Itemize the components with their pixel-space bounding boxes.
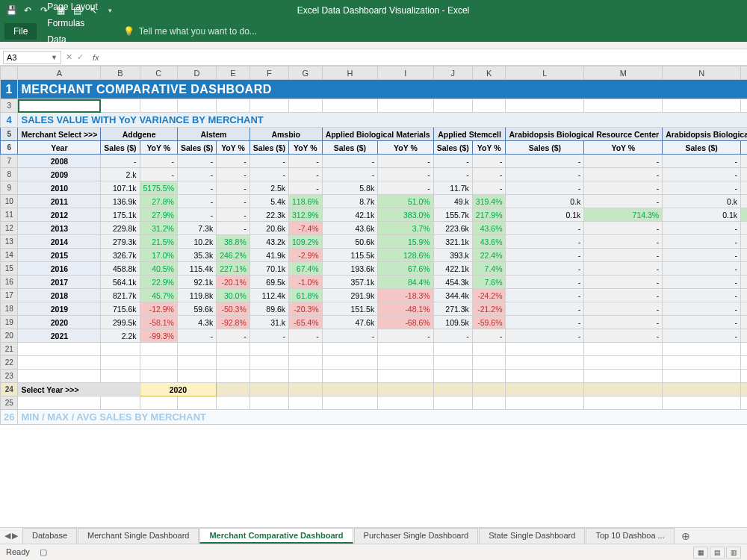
yoy-header[interactable]: YoY % bbox=[140, 141, 177, 155]
year-cell[interactable]: 2017 bbox=[18, 276, 101, 289]
sales-value[interactable]: 0.1k bbox=[506, 208, 584, 222]
year-cell[interactable]: 2018 bbox=[18, 289, 101, 302]
cell[interactable] bbox=[322, 356, 378, 370]
sales-value[interactable]: 112.4k bbox=[249, 289, 288, 302]
sales-header[interactable]: Sales ($) bbox=[177, 141, 216, 155]
yoy-value[interactable]: 15.9% bbox=[378, 235, 434, 249]
cell[interactable] bbox=[741, 343, 747, 356]
merchant-header[interactable]: Addgene bbox=[101, 128, 178, 141]
sales-value[interactable]: - bbox=[249, 168, 288, 181]
cell[interactable] bbox=[322, 343, 378, 356]
sales-value[interactable]: - bbox=[663, 155, 741, 168]
yoy-value[interactable]: - bbox=[741, 262, 747, 276]
cell[interactable] bbox=[249, 370, 288, 383]
cell[interactable] bbox=[506, 383, 584, 396]
cell[interactable] bbox=[289, 396, 323, 410]
yoy-value[interactable]: - bbox=[289, 329, 323, 343]
sales-value[interactable]: - bbox=[322, 155, 378, 168]
yoy-value[interactable]: -50.3% bbox=[217, 302, 250, 316]
cell[interactable] bbox=[472, 343, 506, 356]
add-sheet-icon[interactable]: ⊕ bbox=[675, 530, 696, 542]
cell[interactable] bbox=[741, 370, 747, 383]
sales-value[interactable]: 193.6k bbox=[322, 262, 378, 276]
cell[interactable] bbox=[177, 396, 216, 410]
year-cell[interactable]: 2015 bbox=[18, 249, 101, 262]
yoy-header[interactable]: YoY % bbox=[217, 141, 250, 155]
cell[interactable] bbox=[433, 99, 472, 113]
merchant-header[interactable]: Applied Biological Materials bbox=[322, 128, 433, 141]
sales-value[interactable]: 22.3k bbox=[249, 208, 288, 222]
column-header[interactable]: N bbox=[663, 66, 741, 80]
cell[interactable] bbox=[101, 370, 140, 383]
sales-value[interactable]: - bbox=[177, 195, 216, 208]
sales-value[interactable]: - bbox=[322, 329, 378, 343]
yoy-value[interactable]: - bbox=[472, 155, 506, 168]
cell[interactable] bbox=[472, 99, 506, 113]
sales-value[interactable]: - bbox=[177, 168, 216, 181]
merchant-header[interactable]: Arabidopsis Biological Resource Center bbox=[506, 128, 663, 141]
cell[interactable] bbox=[506, 370, 584, 383]
sales-value[interactable]: 2.5k bbox=[249, 181, 288, 195]
yoy-value[interactable]: - bbox=[741, 195, 747, 208]
cell[interactable] bbox=[663, 99, 741, 113]
yoy-value[interactable]: - bbox=[584, 276, 663, 289]
yoy-value[interactable]: -7.4% bbox=[289, 222, 323, 235]
yoy-value[interactable]: - bbox=[584, 155, 663, 168]
yoy-value[interactable]: 312.9% bbox=[289, 208, 323, 222]
yoy-value[interactable]: - bbox=[217, 208, 250, 222]
yoy-value[interactable]: - bbox=[584, 235, 663, 249]
sheet-tab[interactable]: State Single Dashboard bbox=[479, 528, 585, 544]
yoy-value[interactable]: -1.0% bbox=[289, 276, 323, 289]
sales-value[interactable]: 454.3k bbox=[433, 276, 472, 289]
yoy-value[interactable]: - bbox=[289, 155, 323, 168]
yoy-value[interactable]: - bbox=[217, 195, 250, 208]
cell[interactable] bbox=[741, 99, 747, 113]
yoy-value[interactable]: -58.1% bbox=[140, 316, 177, 329]
row-header[interactable]: 4 bbox=[1, 113, 18, 128]
sales-value[interactable]: - bbox=[663, 235, 741, 249]
column-header[interactable]: B bbox=[101, 66, 140, 80]
sales-value[interactable]: 92.1k bbox=[177, 276, 216, 289]
cell[interactable] bbox=[472, 370, 506, 383]
row-header[interactable]: 3 bbox=[1, 99, 18, 113]
cell[interactable] bbox=[101, 356, 140, 370]
chevron-down-icon[interactable]: ▼ bbox=[51, 54, 58, 61]
sheet-nav-next-icon[interactable]: ▶ bbox=[12, 531, 18, 541]
sales-value[interactable]: - bbox=[433, 155, 472, 168]
yoy-value[interactable]: -12.9% bbox=[140, 302, 177, 316]
sales-value[interactable]: - bbox=[177, 181, 216, 195]
cell[interactable] bbox=[249, 383, 288, 396]
undo-icon[interactable]: ↶ bbox=[22, 5, 33, 16]
row-header[interactable]: 22 bbox=[1, 356, 18, 370]
cell[interactable] bbox=[322, 99, 378, 113]
cancel-icon[interactable]: ✕ bbox=[66, 52, 72, 62]
cell[interactable] bbox=[289, 343, 323, 356]
cell[interactable] bbox=[584, 370, 663, 383]
row-header[interactable]: 19 bbox=[1, 316, 18, 329]
yoy-header[interactable]: YoY % bbox=[289, 141, 323, 155]
cell[interactable] bbox=[140, 343, 177, 356]
cell[interactable] bbox=[472, 383, 506, 396]
sales-value[interactable]: 151.5k bbox=[322, 302, 378, 316]
sales-header[interactable]: Sales ($) bbox=[101, 141, 140, 155]
sales-value[interactable]: 321.1k bbox=[433, 235, 472, 249]
year-cell[interactable]: 2016 bbox=[18, 262, 101, 276]
yoy-header[interactable]: YoY % bbox=[378, 141, 434, 155]
sales-value[interactable]: 49.k bbox=[433, 195, 472, 208]
sales-value[interactable]: 41.9k bbox=[249, 249, 288, 262]
cell[interactable] bbox=[472, 356, 506, 370]
yoy-value[interactable]: -21.2% bbox=[472, 302, 506, 316]
cell[interactable] bbox=[249, 356, 288, 370]
sales-value[interactable]: - bbox=[506, 289, 584, 302]
yoy-value[interactable]: 383.0% bbox=[378, 208, 434, 222]
sales-value[interactable]: - bbox=[433, 168, 472, 181]
qat-more-icon[interactable]: ▾ bbox=[105, 5, 115, 16]
yoy-value[interactable]: -65.4% bbox=[289, 316, 323, 329]
cell[interactable] bbox=[433, 356, 472, 370]
year-cell[interactable]: 2013 bbox=[18, 222, 101, 235]
yoy-value[interactable]: - bbox=[472, 181, 506, 195]
year-cell[interactable]: 2009 bbox=[18, 168, 101, 181]
yoy-value[interactable]: - bbox=[741, 222, 747, 235]
row-header[interactable]: 25 bbox=[1, 396, 18, 410]
sales-value[interactable]: 422.1k bbox=[433, 262, 472, 276]
